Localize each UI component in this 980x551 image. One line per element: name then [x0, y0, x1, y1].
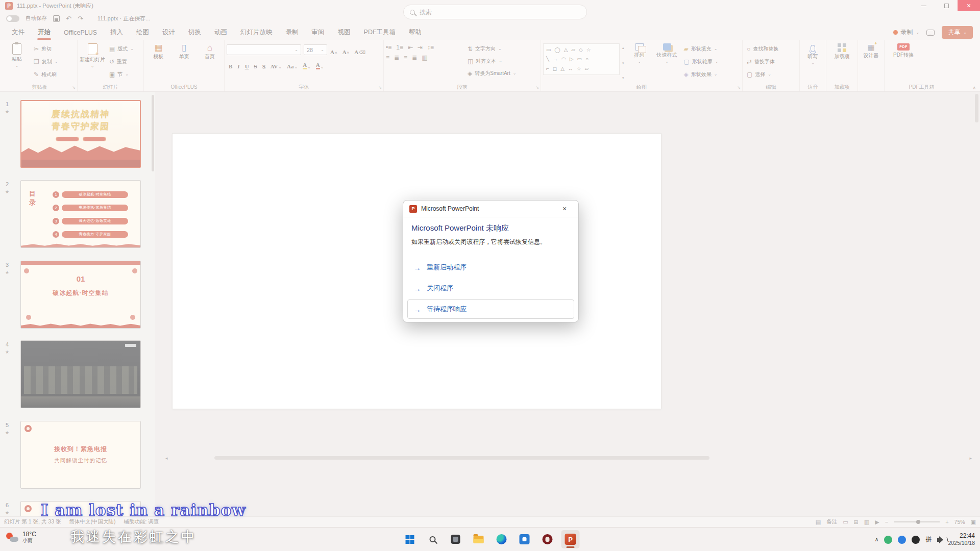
- slide-sorter-icon[interactable]: ⊞: [854, 519, 859, 525]
- file-explorer-button[interactable]: [470, 530, 488, 548]
- font-dialog-launcher[interactable]: ↘: [378, 85, 382, 90]
- slide-thumbnail-2[interactable]: 目录 1破冰起航·时空集结 2电波传讯·紧急集结 3烽火记忆·致敬英雄 4青春接…: [20, 180, 141, 248]
- designer-button[interactable]: ▦✦ 设计器: [860, 41, 882, 83]
- scroll-left-icon[interactable]: ◂: [165, 456, 168, 461]
- layout-button[interactable]: ▤版式⌄: [107, 43, 136, 54]
- format-painter-button[interactable]: ✎格式刷: [32, 69, 60, 80]
- slide-thumbnail-5[interactable]: 接收到！紧急电报 共同解锁尘封的记忆: [20, 421, 141, 489]
- decrease-indent-icon[interactable]: ⇤: [408, 44, 413, 51]
- tab-transitions[interactable]: 切换: [182, 25, 208, 40]
- section-button[interactable]: ▣节⌄: [107, 69, 136, 80]
- input-method-indicator[interactable]: 拼: [925, 535, 932, 544]
- close-button[interactable]: ×: [958, 0, 980, 11]
- taskbar-search-button[interactable]: [424, 530, 442, 548]
- slide-thumbnail-4[interactable]: [20, 340, 141, 408]
- language-status[interactable]: 简体中文(中国大陆): [69, 518, 115, 525]
- reading-view-icon[interactable]: ▥: [864, 519, 869, 525]
- paste-button[interactable]: 粘贴⌄: [4, 41, 30, 83]
- clipboard-dialog-launcher[interactable]: ↘: [72, 85, 76, 90]
- align-right-icon[interactable]: ≡: [404, 55, 407, 61]
- tab-file[interactable]: 文件: [5, 25, 31, 40]
- comments-icon[interactable]: [926, 30, 935, 36]
- align-text-button[interactable]: ◫对齐文本⌄: [465, 56, 518, 66]
- officeplus-single-page-button[interactable]: ▯单页: [172, 41, 196, 83]
- vertical-scrollbar[interactable]: [975, 94, 978, 298]
- zoom-in-icon[interactable]: +: [945, 519, 948, 525]
- font-name-combo[interactable]: ⌄: [227, 44, 301, 55]
- taskbar-clock[interactable]: 22:44 2025/10/18: [948, 532, 975, 546]
- edge-browser-button[interactable]: [493, 530, 511, 548]
- columns-icon[interactable]: ▥: [422, 55, 427, 61]
- vertical-scroll-thumb[interactable]: [975, 94, 978, 122]
- maximize-button[interactable]: [935, 0, 958, 11]
- select-button[interactable]: ▢选择⌄: [745, 69, 797, 80]
- increase-indent-icon[interactable]: ⇥: [418, 44, 423, 51]
- horizontal-scroll-thumb[interactable]: [214, 456, 709, 460]
- collapse-ribbon-icon[interactable]: ∧: [972, 85, 976, 90]
- reset-button[interactable]: ↺重置: [107, 56, 136, 67]
- tab-design[interactable]: 设计: [156, 25, 182, 40]
- blue-tray-icon[interactable]: [898, 536, 906, 544]
- tab-draw[interactable]: 绘图: [130, 25, 156, 40]
- line-spacing-icon[interactable]: ↕≡: [427, 44, 434, 51]
- store-app-button[interactable]: [516, 530, 534, 548]
- font-size-combo[interactable]: 28⌄: [304, 44, 327, 55]
- record-button[interactable]: 录制⌄: [893, 28, 920, 37]
- bullets-icon[interactable]: •≡: [386, 44, 391, 51]
- replace-fonts-button[interactable]: ⇄替换字体: [745, 56, 797, 67]
- cut-button[interactable]: ✂剪切: [32, 43, 60, 54]
- zoom-slider[interactable]: [894, 521, 940, 522]
- bold-button[interactable]: B: [227, 59, 234, 69]
- powerpoint-taskbar-button[interactable]: P: [561, 530, 580, 548]
- addins-button[interactable]: 加载项: [829, 41, 855, 83]
- qq-app-button[interactable]: [538, 530, 557, 548]
- start-button[interactable]: [401, 530, 419, 548]
- accessibility-status[interactable]: 辅助功能: 调查: [124, 518, 159, 525]
- zoom-out-icon[interactable]: −: [885, 519, 888, 525]
- clear-formatting-button[interactable]: A⌫: [352, 44, 368, 55]
- undo-icon[interactable]: ↶: [66, 15, 71, 22]
- volume-icon[interactable]: [937, 538, 940, 542]
- close-program-option[interactable]: → 关闭程序: [407, 279, 574, 298]
- shape-effects-button[interactable]: ◈形状效果⌄: [682, 69, 721, 80]
- tab-insert[interactable]: 插入: [104, 25, 130, 40]
- paragraph-dialog-launcher[interactable]: ↘: [535, 85, 539, 90]
- highlight-color-button[interactable]: A⌄: [301, 59, 313, 69]
- wait-for-program-option[interactable]: → 等待程序响应: [407, 299, 574, 319]
- save-icon[interactable]: [53, 15, 60, 22]
- dark-tray-icon[interactable]: [912, 536, 920, 544]
- zoom-percentage[interactable]: 75%: [954, 519, 965, 525]
- search-input[interactable]: [420, 9, 580, 16]
- font-color-button[interactable]: A⌄: [314, 59, 326, 69]
- new-slide-button[interactable]: 新建幻灯片⌄: [80, 41, 105, 83]
- drawing-dialog-launcher[interactable]: ↘: [737, 85, 741, 90]
- text-shadow-button[interactable]: S: [260, 59, 267, 69]
- tab-view[interactable]: 视图: [331, 25, 357, 40]
- task-view-button[interactable]: [447, 530, 465, 548]
- officeplus-template-button[interactable]: ▦模板: [146, 41, 170, 83]
- redo-icon[interactable]: ↷: [78, 15, 83, 22]
- tray-overflow-icon[interactable]: ∧: [874, 536, 878, 543]
- shape-gallery[interactable]: ▭◯△▱◇☆ ╲→◠▷▭○ ⌐◻△↔☆▱: [543, 43, 620, 75]
- notes-button[interactable]: 备注: [826, 518, 837, 525]
- numbering-icon[interactable]: 1≡: [396, 44, 403, 51]
- convert-smartart-button[interactable]: ◈转换为SmartArt⌄: [465, 68, 518, 79]
- justify-icon[interactable]: ≣: [412, 55, 417, 61]
- weather-widget[interactable]: 18°C 小雨: [6, 531, 36, 544]
- scroll-right-icon[interactable]: ▸: [969, 456, 972, 461]
- align-left-icon[interactable]: ≡: [386, 55, 389, 61]
- arrange-button[interactable]: 排列⌄: [627, 41, 652, 83]
- zoom-knob[interactable]: [916, 520, 920, 524]
- dialog-close-button[interactable]: ×: [557, 203, 572, 215]
- character-spacing-button[interactable]: AV⌄: [268, 59, 284, 69]
- restart-program-option[interactable]: → 重新启动程序: [407, 258, 574, 277]
- shape-fill-button[interactable]: ▰形状填充⌄: [682, 43, 721, 54]
- slideshow-icon[interactable]: ▶: [875, 519, 879, 525]
- tab-officeplus[interactable]: OfficePLUS: [57, 25, 104, 40]
- officeplus-home-button[interactable]: ⌂首页: [198, 41, 222, 83]
- shape-gallery-scroll[interactable]: ▴▾▾: [622, 43, 625, 83]
- horizontal-scrollbar[interactable]: ◂ ▸: [165, 455, 972, 461]
- find-replace-button[interactable]: ○查找和替换: [745, 43, 797, 54]
- wechat-tray-icon[interactable]: [884, 536, 892, 544]
- tab-help[interactable]: 帮助: [402, 25, 428, 40]
